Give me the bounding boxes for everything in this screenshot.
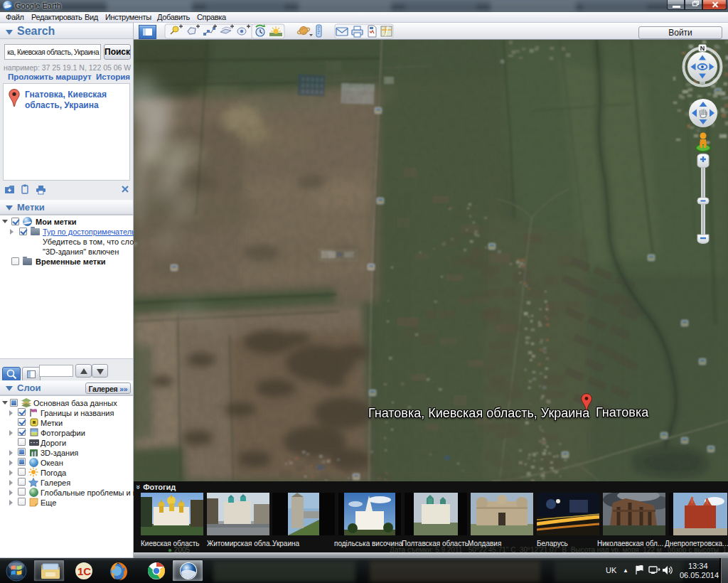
svg-text:1С: 1С: [77, 565, 91, 577]
svg-text:N: N: [700, 45, 705, 52]
